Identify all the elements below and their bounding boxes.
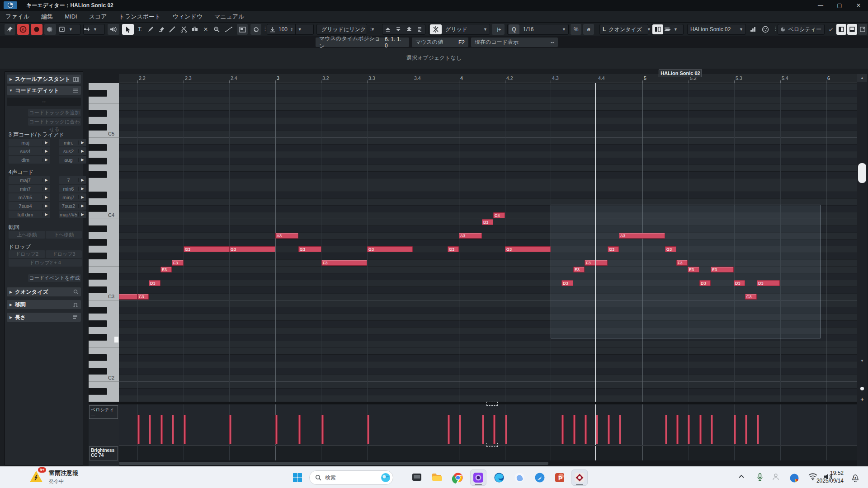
velocity-bar[interactable] bbox=[137, 415, 140, 444]
section-transpose[interactable]: ▶ 移調 bbox=[7, 300, 81, 309]
add-chord-track-button[interactable]: コードトラックを追加 bbox=[28, 109, 81, 117]
midi-note-A3[interactable]: A3 bbox=[275, 233, 298, 239]
chord-variant-arrow-icon[interactable]: ▶ bbox=[78, 204, 86, 208]
chord-button-fulldim[interactable]: full dim▶ bbox=[9, 211, 50, 218]
piano-key-black[interactable] bbox=[89, 110, 107, 117]
midi-input-icon[interactable] bbox=[760, 24, 771, 35]
timeline-ruler[interactable]: 2.22.32.433.23.33.444.24.34.455.25.35.46 bbox=[119, 74, 857, 83]
menu-編集[interactable]: 編集 bbox=[41, 13, 53, 21]
independent-loop-icon[interactable] bbox=[250, 24, 261, 35]
move-up-button[interactable]: 上へ移動 bbox=[9, 231, 45, 239]
midi-note-E3[interactable]: E3 bbox=[688, 267, 699, 272]
chord-button-min6[interactable]: min6▶ bbox=[59, 185, 86, 192]
range-selection-tool[interactable]: Ɪ bbox=[135, 24, 145, 35]
chord-variant-arrow-icon[interactable]: ▶ bbox=[78, 141, 86, 145]
menu-マニュアル[interactable]: マニュアル bbox=[214, 13, 245, 21]
midi-note-F3[interactable]: F3 bbox=[585, 260, 596, 266]
piano-keyboard[interactable]: C5C4C3C2 bbox=[89, 83, 119, 402]
velocity-bar[interactable] bbox=[275, 415, 278, 444]
clock[interactable]: 19:52 2025/09/14 bbox=[816, 469, 844, 485]
chord-variant-arrow-icon[interactable]: ▶ bbox=[78, 187, 86, 191]
person-icon[interactable] bbox=[772, 473, 779, 481]
midi-note-G3[interactable]: G3 bbox=[608, 246, 619, 252]
velocity-bar[interactable] bbox=[608, 415, 610, 444]
piano-key-black[interactable] bbox=[89, 192, 107, 198]
piano-key-black[interactable] bbox=[89, 388, 107, 395]
midi-note-F3[interactable]: F3 bbox=[172, 260, 184, 266]
chord-button-min7[interactable]: min7▶ bbox=[9, 185, 50, 192]
midi-note-D3[interactable]: D3 bbox=[561, 280, 573, 286]
midi-note-E3[interactable]: E3 bbox=[573, 267, 585, 272]
create-chord-event-button[interactable]: コードイベントを作成 bbox=[28, 274, 81, 282]
chord-variant-arrow-icon[interactable]: ▶ bbox=[78, 178, 86, 182]
tray-chevron-up-icon[interactable] bbox=[738, 473, 745, 480]
audition-icon[interactable] bbox=[108, 24, 119, 35]
controller-lane-selector[interactable]: ベロシティー bbox=[778, 24, 825, 35]
piano-key-black[interactable] bbox=[89, 334, 107, 341]
midi-note-E3[interactable]: E3 bbox=[160, 267, 172, 272]
velocity-bar[interactable] bbox=[459, 415, 461, 444]
zoom-dot-icon[interactable] bbox=[860, 387, 864, 390]
window-layout-left-icon[interactable] bbox=[836, 24, 846, 35]
velocity-bar[interactable] bbox=[745, 415, 747, 444]
cc-lane[interactable] bbox=[119, 446, 857, 460]
chord-variant-arrow-icon[interactable]: ▶ bbox=[78, 149, 86, 153]
taskbar-app-copilot[interactable] bbox=[511, 469, 528, 486]
snap-control[interactable]: グリッド ▼ bbox=[429, 24, 490, 35]
piano-key-black[interactable] bbox=[89, 171, 107, 178]
velocity-bar[interactable] bbox=[172, 415, 174, 444]
chord-variant-arrow-icon[interactable]: ▶ bbox=[78, 195, 86, 199]
microphone-icon[interactable] bbox=[757, 473, 763, 481]
midi-note-C4[interactable]: C4 bbox=[493, 212, 505, 218]
part-selector[interactable]: HALion Sonic 02 ▼ bbox=[687, 24, 746, 35]
midi-note-G3[interactable]: G3 bbox=[448, 246, 459, 252]
close-button[interactable]: ✕ bbox=[849, 0, 868, 11]
window-layout-bottom-icon[interactable] bbox=[847, 24, 857, 35]
taskbar-app-chrome[interactable] bbox=[450, 469, 466, 486]
piano-key-black[interactable] bbox=[89, 90, 107, 97]
midi-note-G3[interactable]: G3 bbox=[367, 246, 413, 252]
velocity-lane-label[interactable]: ベロシティー bbox=[89, 405, 118, 419]
midi-note-G3[interactable]: G3 bbox=[298, 246, 321, 252]
event-colors-icon[interactable] bbox=[748, 24, 759, 35]
chord-button-aug[interactable]: aug▶ bbox=[59, 156, 86, 164]
velocity-bar[interactable] bbox=[298, 415, 301, 444]
velocity-bar[interactable] bbox=[757, 415, 759, 444]
taskbar-app-camera-app[interactable] bbox=[470, 469, 486, 486]
drop3-button[interactable]: ドロップ3 bbox=[46, 250, 82, 258]
chord-button-sus2[interactable]: sus2▶ bbox=[59, 147, 86, 155]
part-editing-control[interactable]: ▼ bbox=[651, 24, 684, 35]
draw-tool[interactable] bbox=[146, 24, 156, 35]
quantize-preset-control[interactable]: Q 1/16 ▼ bbox=[507, 24, 569, 35]
piano-key-black[interactable] bbox=[89, 320, 107, 327]
velocity-bar[interactable] bbox=[561, 415, 564, 444]
v-scroll-thumb[interactable] bbox=[858, 163, 866, 183]
zoom-plus-icon[interactable]: + bbox=[857, 396, 867, 404]
velocity-bar[interactable] bbox=[619, 415, 621, 444]
search-box[interactable]: 検索 bbox=[309, 470, 393, 485]
midi-note-C3[interactable]: C3 bbox=[745, 294, 757, 300]
chord-button-min[interactable]: min.▶ bbox=[59, 139, 86, 146]
match-chord-track-button[interactable]: コードトラックに合わせる bbox=[28, 118, 81, 126]
start-button[interactable] bbox=[289, 469, 306, 486]
midi-note-G3[interactable]: G3 bbox=[665, 246, 676, 252]
menu-MIDI[interactable]: MIDI bbox=[65, 13, 77, 20]
chord-variant-arrow-icon[interactable]: ▶ bbox=[42, 178, 50, 182]
chord-variant-arrow-icon[interactable]: ▶ bbox=[42, 204, 50, 208]
lane-resize-handle-top[interactable] bbox=[486, 402, 498, 406]
midi-note-G3[interactable]: G3 bbox=[229, 246, 275, 252]
velocity-bar[interactable] bbox=[665, 415, 667, 444]
midi-note-G3[interactable]: G3 bbox=[184, 246, 229, 252]
section-scale-assistant[interactable]: ▶ スケールアシスタント bbox=[7, 75, 81, 84]
piano-key-black[interactable] bbox=[89, 273, 107, 280]
velocity-bar[interactable] bbox=[184, 415, 186, 444]
chord-variant-arrow-icon[interactable]: ▶ bbox=[42, 187, 50, 191]
move-down-button[interactable]: 下へ移動 bbox=[46, 231, 82, 239]
object-selection-tool[interactable] bbox=[122, 24, 134, 35]
chord-button-maj75[interactable]: maj7/#5▶ bbox=[59, 211, 86, 218]
menu-ファイル[interactable]: ファイル bbox=[5, 13, 29, 21]
midi-note-D3[interactable]: D3 bbox=[734, 280, 745, 286]
midi-note-B3[interactable]: B3 bbox=[482, 219, 493, 225]
midi-note-E3[interactable]: E3 bbox=[711, 267, 734, 272]
vertical-scrollbar[interactable]: ▲ ▼ + bbox=[857, 74, 867, 466]
